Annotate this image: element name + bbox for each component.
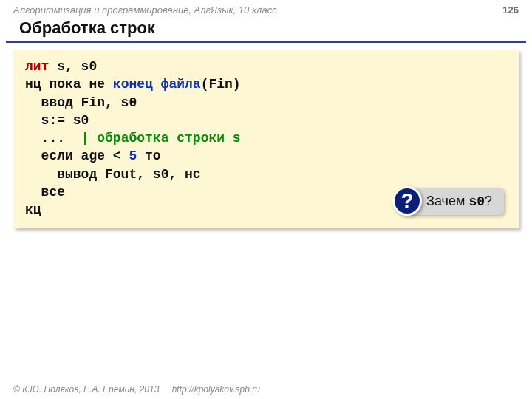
- code-text: ввод Fin, s0: [25, 95, 137, 110]
- page-title: Обработка строк: [6, 17, 526, 43]
- code-text: то: [137, 149, 160, 163]
- code-kw: лит: [25, 59, 49, 74]
- code-comment: | обработка строки s: [81, 131, 241, 146]
- callout-text: ?: [485, 194, 492, 208]
- code-text: ...: [25, 131, 81, 146]
- code-kw: конец файла: [113, 77, 201, 92]
- slide-header: Алгоритмизация и программирование, АлгЯз…: [0, 0, 532, 17]
- copyright: © К.Ю. Поляков, Е.А. Ерёмин, 2013: [13, 384, 159, 395]
- callout-mono: s0: [468, 194, 485, 209]
- footer-url: http://kpolyakov.spb.ru: [172, 384, 260, 395]
- callout-text: Зачем: [426, 194, 468, 208]
- code-text: вывод Fout, s0, нс: [25, 167, 201, 182]
- page-number: 126: [502, 4, 519, 16]
- code-text: нц пока не: [25, 77, 113, 92]
- callout: ? Зачем s0?: [392, 186, 504, 216]
- code-text: кц: [25, 202, 41, 217]
- code-text: s:= s0: [25, 113, 89, 128]
- code-number: 5: [129, 149, 137, 163]
- code-text: все: [25, 185, 65, 200]
- slide-footer: © К.Ю. Поляков, Е.А. Ерёмин, 2013 http:/…: [13, 384, 260, 395]
- code-text: если age <: [25, 149, 129, 163]
- code-text: s, s0: [49, 59, 97, 74]
- course-label: Алгоритмизация и программирование, АлгЯз…: [13, 4, 277, 16]
- question-icon: ?: [392, 186, 422, 216]
- code-text: (Fin): [201, 77, 241, 92]
